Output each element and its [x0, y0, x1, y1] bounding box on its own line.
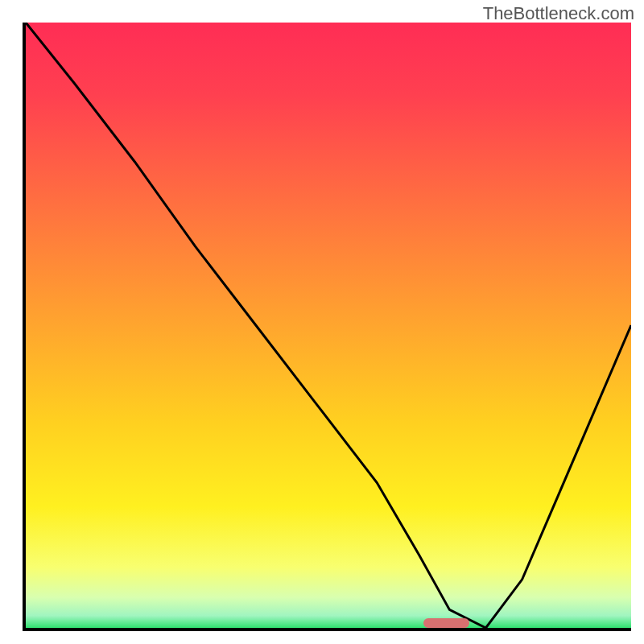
chart-svg [26, 23, 631, 628]
watermark-text: TheBottleneck.com [483, 3, 634, 24]
optimal-marker [423, 618, 469, 628]
plot-area [26, 23, 631, 628]
